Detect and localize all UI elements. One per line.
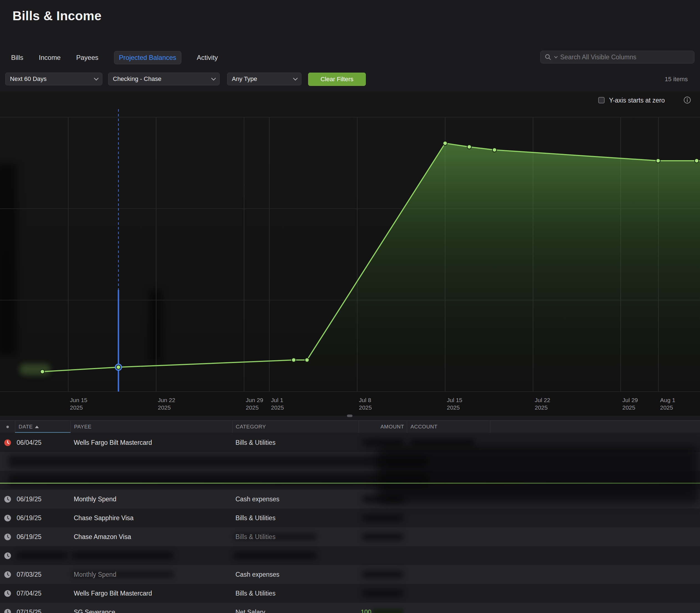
clear-filters-button[interactable]: Clear Filters bbox=[308, 73, 366, 86]
redaction-smudge bbox=[72, 552, 174, 560]
data-point bbox=[40, 370, 44, 374]
tab-activity[interactable]: Activity bbox=[197, 54, 218, 62]
tab-bar: Bills Income Payees Projected Balances A… bbox=[11, 47, 218, 68]
bills-and-income-window: Bills & Income Bills Income Payees Proje… bbox=[0, 0, 700, 613]
balance-area bbox=[42, 143, 700, 392]
column-header-filler bbox=[490, 421, 700, 433]
search-placeholder: Search All Visible Columns bbox=[560, 53, 636, 61]
scheduled-clock-icon bbox=[4, 533, 11, 541]
redaction-smudge bbox=[233, 552, 317, 560]
column-header-amount-label: AMOUNT bbox=[381, 424, 404, 430]
x-axis-tick-label: Jul 82025 bbox=[359, 396, 372, 411]
table-row[interactable] bbox=[0, 546, 700, 565]
cell-payee: Monthly Spend bbox=[71, 571, 232, 578]
tab-income[interactable]: Income bbox=[39, 54, 61, 62]
column-header-payee-label: PAYEE bbox=[74, 424, 91, 430]
row-status-cell bbox=[0, 552, 15, 560]
cell-payee: SG Severance bbox=[71, 609, 232, 613]
redaction-smudge bbox=[0, 483, 700, 484]
cell-payee: Monthly Spend bbox=[71, 496, 232, 503]
data-point bbox=[656, 159, 660, 163]
cell-payee: Wells Fargo Bilt Mastercard bbox=[71, 439, 232, 446]
cell-category: Bills & Utilities bbox=[232, 533, 359, 541]
y-axis-zero-label: Y-axis starts at zero bbox=[609, 97, 665, 104]
search-input[interactable]: Search All Visible Columns bbox=[540, 51, 695, 64]
table-row[interactable]: 07/04/25Wells Fargo Bilt MastercardBills… bbox=[0, 584, 700, 603]
x-axis-tick-label: Jul 152025 bbox=[447, 396, 462, 411]
cell-category: Cash expenses bbox=[232, 571, 359, 578]
transactions-table: DATE PAYEE CATEGORY AMOUNT ACCOUNT 06/04… bbox=[0, 420, 700, 613]
account-select[interactable]: Checking - Chase bbox=[108, 73, 220, 86]
cell-category: Bills & Utilities bbox=[232, 590, 359, 597]
column-header-amount[interactable]: AMOUNT bbox=[359, 421, 407, 433]
column-header-date-label: DATE bbox=[18, 424, 33, 430]
cell-date: 06/19/25 bbox=[15, 533, 71, 541]
date-range-select[interactable]: Next 60 Days bbox=[5, 73, 102, 86]
table-row[interactable]: 06/19/25Chase Sapphire VisaBills & Utili… bbox=[0, 509, 700, 527]
cell-category: Bills & Utilities bbox=[232, 439, 359, 446]
x-axis-tick-label: Jun 292025 bbox=[246, 396, 263, 411]
info-icon[interactable] bbox=[683, 96, 691, 105]
column-header-account[interactable]: ACCOUNT bbox=[407, 421, 490, 433]
redaction-smudge bbox=[362, 571, 404, 578]
y-axis-zero-checkbox[interactable] bbox=[598, 97, 604, 103]
row-status-cell bbox=[0, 571, 15, 578]
search-scope-chevron-icon[interactable] bbox=[554, 56, 558, 58]
redaction-smudge bbox=[8, 455, 428, 468]
scheduled-clock-icon bbox=[4, 590, 11, 597]
tab-payees[interactable]: Payees bbox=[76, 54, 99, 62]
data-point bbox=[305, 358, 309, 362]
column-header-category[interactable]: CATEGORY bbox=[232, 421, 359, 433]
redaction-smudge bbox=[362, 514, 404, 522]
row-status-cell bbox=[0, 439, 15, 446]
row-status-cell bbox=[0, 533, 15, 541]
x-axis-tick-label: Jun 222025 bbox=[158, 396, 175, 411]
column-header-date[interactable]: DATE bbox=[15, 421, 71, 433]
redaction-smudge bbox=[362, 589, 404, 597]
horizontal-scroll-indicator[interactable] bbox=[347, 415, 353, 417]
account-value: Checking - Chase bbox=[113, 75, 162, 82]
page-title: Bills & Income bbox=[12, 8, 102, 23]
type-select[interactable]: Any Type bbox=[227, 73, 302, 86]
scheduled-clock-icon bbox=[4, 571, 11, 578]
row-status-cell bbox=[0, 609, 15, 613]
scheduled-clock-icon bbox=[4, 609, 11, 613]
table-row[interactable]: 06/19/25Chase Amazon VisaBills & Utiliti… bbox=[0, 527, 700, 546]
chevron-down-icon bbox=[211, 78, 216, 81]
redaction-smudge bbox=[362, 533, 404, 541]
projected-balance-chart-area[interactable]: Jun 152025Jun 222025Jun 292025Jul 12025J… bbox=[0, 91, 700, 416]
x-axis-tick-label: Jun 152025 bbox=[70, 396, 87, 411]
cell-date: 06/19/25 bbox=[15, 496, 71, 503]
scheduled-clock-icon bbox=[4, 552, 11, 560]
data-point bbox=[292, 358, 296, 362]
table-header: DATE PAYEE CATEGORY AMOUNT ACCOUNT bbox=[0, 420, 700, 433]
redaction-smudge bbox=[410, 439, 474, 446]
cell-date: 06/19/25 bbox=[15, 514, 71, 522]
cell-date: 07/04/25 bbox=[15, 590, 71, 597]
date-range-value: Next 60 Days bbox=[10, 75, 47, 82]
tab-projected-balances[interactable]: Projected Balances bbox=[114, 51, 181, 64]
sort-ascending-icon bbox=[35, 426, 39, 428]
column-header-payee[interactable]: PAYEE bbox=[71, 421, 232, 433]
data-point bbox=[467, 145, 471, 149]
cell-category: Cash expenses bbox=[232, 496, 359, 503]
tab-bills[interactable]: Bills bbox=[11, 54, 23, 62]
chevron-down-icon bbox=[293, 78, 298, 81]
table-row[interactable]: 07/03/25Monthly SpendCash expenses bbox=[0, 565, 700, 584]
table-body: 06/04/25Wells Fargo Bilt MastercardBills… bbox=[0, 433, 700, 613]
cell-category: Bills & Utilities bbox=[232, 514, 359, 522]
status-column-header[interactable] bbox=[0, 421, 15, 433]
cell-category: Net Salary bbox=[232, 609, 359, 613]
sorted-column-underline bbox=[15, 432, 71, 433]
type-value: Any Type bbox=[232, 75, 257, 82]
row-status-cell bbox=[0, 514, 15, 522]
x-axis-tick-label: Aug 12025 bbox=[660, 396, 675, 411]
cell-amount: 100 bbox=[361, 609, 407, 613]
data-point bbox=[695, 159, 699, 163]
cell-payee: Chase Amazon Visa bbox=[71, 533, 232, 541]
table-row[interactable]: 07/15/25SG SeveranceNet Salary100 bbox=[0, 603, 700, 613]
redaction-smudge bbox=[362, 439, 404, 446]
search-icon bbox=[544, 53, 552, 61]
redaction-smudge bbox=[8, 474, 428, 486]
x-axis-tick-label: Jul 292025 bbox=[622, 396, 638, 411]
